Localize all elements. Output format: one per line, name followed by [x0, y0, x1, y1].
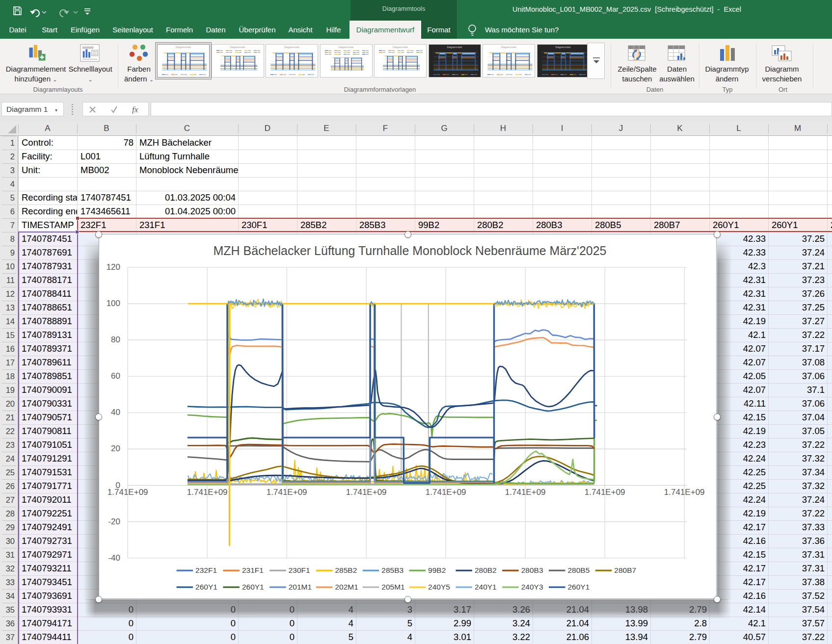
svg-text:230F1: 230F1: [289, 566, 310, 574]
svg-text:fx: fx: [132, 105, 138, 114]
svg-text:1.741E+09: 1.741E+09: [187, 488, 228, 497]
svg-text:240Y1: 240Y1: [475, 583, 497, 591]
svg-text:280B2: 280B2: [475, 566, 497, 574]
svg-text:120: 120: [107, 262, 120, 272]
svg-text:MZH Bächelacker Lüftung Turnha: MZH Bächelacker Lüftung Turnhalle Monobl…: [213, 244, 606, 258]
svg-text:260Y1: 260Y1: [242, 583, 264, 591]
svg-text:285B2: 285B2: [335, 566, 357, 574]
svg-text:1.741E+09: 1.741E+09: [585, 488, 625, 497]
svg-text:280B5: 280B5: [568, 566, 590, 574]
svg-text:260Y1: 260Y1: [195, 583, 217, 591]
svg-text:-40: -40: [108, 553, 120, 563]
svg-text:99B2: 99B2: [428, 566, 446, 574]
svg-text:1.741E+09: 1.741E+09: [267, 488, 307, 497]
svg-text:240Y5: 240Y5: [428, 583, 450, 591]
svg-text:1.741E+09: 1.741E+09: [664, 488, 705, 497]
svg-text:285B3: 285B3: [381, 566, 403, 574]
svg-text:280B3: 280B3: [521, 566, 543, 574]
svg-text:60: 60: [111, 371, 120, 381]
svg-text:202M1: 202M1: [335, 583, 358, 591]
svg-text:20: 20: [111, 444, 120, 453]
svg-text:232F1: 232F1: [195, 566, 217, 574]
svg-text:280B7: 280B7: [614, 566, 636, 574]
svg-text:260Y1: 260Y1: [568, 583, 590, 591]
svg-text:231F1: 231F1: [242, 566, 264, 574]
svg-text:240Y3: 240Y3: [521, 583, 543, 591]
svg-text:1.741E+09: 1.741E+09: [107, 488, 148, 497]
svg-text:205M1: 205M1: [381, 583, 404, 591]
svg-text:1.741E+09: 1.741E+09: [505, 488, 546, 497]
svg-text:100: 100: [107, 299, 120, 308]
svg-text:1.741E+09: 1.741E+09: [346, 488, 387, 497]
svg-text:40: 40: [111, 408, 120, 417]
svg-text:201M1: 201M1: [289, 583, 312, 591]
svg-text:-20: -20: [108, 517, 120, 526]
svg-text:1.741E+09: 1.741E+09: [426, 488, 466, 497]
svg-text:80: 80: [111, 335, 120, 344]
